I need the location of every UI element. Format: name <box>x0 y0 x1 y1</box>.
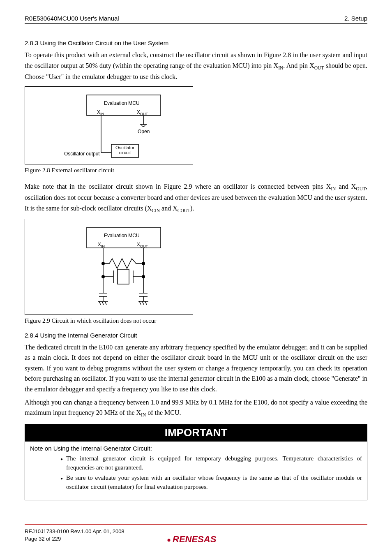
label-evaluation-mcu: Evaluation MCU <box>104 233 140 238</box>
svg-line-29 <box>139 301 141 305</box>
footer-rule <box>25 524 367 525</box>
subscript: OUT <box>356 186 366 191</box>
figure-caption: Figure 2.9 Circuit in which oscillation … <box>25 317 367 324</box>
section-2-8-3: 2.8.3 Using the Oscillator Circuit on th… <box>25 39 367 324</box>
list-item: The internal generator circuit is equipp… <box>60 454 362 472</box>
svg-text:RENESAS: RENESAS <box>173 534 217 544</box>
text-run: X <box>98 242 101 247</box>
note-title: Note on Using the Internal Generator Cir… <box>30 445 362 452</box>
svg-rect-17 <box>118 269 129 284</box>
text-run: circuit <box>119 150 131 155</box>
subscript: OUT <box>314 65 324 70</box>
important-box: Note on Using the Internal Generator Cir… <box>25 442 367 500</box>
svg-line-26 <box>102 301 104 305</box>
section-heading: 2.8.3 Using the Oscillator Circuit on th… <box>25 39 367 46</box>
svg-point-32 <box>168 539 171 542</box>
note-list: The internal generator circuit is equipp… <box>30 454 362 492</box>
text-run: X <box>97 109 100 115</box>
chapter-title: 2. Setup <box>344 15 367 22</box>
svg-line-27 <box>105 301 106 305</box>
label-osc-circuit: Oscillator circuit <box>115 145 135 155</box>
svg-line-31 <box>145 301 147 305</box>
figure-2-9: Evaluation MCU XIN XOUT <box>25 219 193 315</box>
text-run: and X <box>160 205 178 212</box>
subscript: OUT <box>140 112 148 116</box>
page-header: R0E530640MCU00 User's Manual 2. Setup <box>25 15 367 24</box>
section-heading: 2.8.4 Using the Internal Generator Circu… <box>25 332 367 339</box>
text-run: Although you can change a frequency betw… <box>25 399 367 416</box>
body-text: The dedicated circuit in the E100 can ge… <box>25 342 367 395</box>
subscript: OUT <box>140 244 148 248</box>
label-xout: XOUT <box>137 242 148 248</box>
svg-line-25 <box>99 301 101 305</box>
label-xin: XIN <box>97 109 104 116</box>
label-osc-output: Oscillator output <box>64 151 100 157</box>
body-text: Make note that in the oscillator circuit… <box>25 181 367 215</box>
figure-2-8: Evaluation MCU XIN XOUT Open Oscillator … <box>25 86 193 164</box>
figure-caption: Figure 2.8 External oscillator circuit <box>25 167 367 174</box>
text-run: and X <box>336 183 356 190</box>
label-open: Open <box>138 129 150 134</box>
subscript: IN <box>278 65 283 70</box>
page-footer: REJ10J1733-0100 Rev.1.00 Apr. 01, 2008 P… <box>25 524 367 546</box>
subscript: IN <box>331 186 336 191</box>
text-run: of the MCU. <box>146 409 181 416</box>
text-run: Make note that in the oscillator circuit… <box>25 183 331 190</box>
subscript: IN <box>141 412 146 417</box>
label-xin: XIN <box>98 242 105 248</box>
list-item: Be sure to evaluate your system with an … <box>60 474 362 492</box>
label-xout: XOUT <box>137 109 148 116</box>
doc-title: R0E530640MCU00 User's Manual <box>25 15 119 22</box>
body-text: To operate this product with an external… <box>25 50 367 82</box>
text-run: X <box>137 242 140 247</box>
subscript: CIN <box>152 208 160 213</box>
subscript: IN <box>101 244 105 248</box>
text-run: Oscillator <box>115 145 134 150</box>
subscript: COUT <box>178 208 190 213</box>
subscript: IN <box>100 112 104 116</box>
body-text: Although you can change a frequency betw… <box>25 397 367 419</box>
text-run: ). <box>190 205 194 212</box>
section-2-8-4: 2.8.4 Using the Internal Generator Circu… <box>25 332 367 419</box>
important-banner: IMPORTANT <box>25 424 367 442</box>
label-evaluation-mcu: Evaluation MCU <box>104 100 140 106</box>
text-run: X <box>137 109 140 115</box>
figure-2-8-svg <box>25 87 194 165</box>
text-run: . And pin X <box>283 62 314 69</box>
svg-line-30 <box>142 301 144 305</box>
